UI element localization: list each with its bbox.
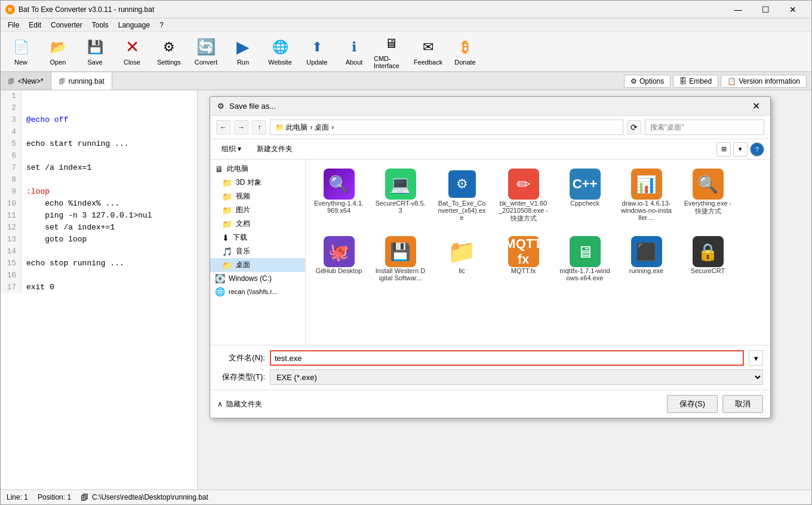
file-label-securecrt2: SecureCRT: [691, 267, 725, 274]
view-grid-button[interactable]: ⊞: [716, 142, 731, 157]
app-icon: B: [5, 5, 15, 14]
settings-label: Settings: [157, 59, 181, 66]
about-button[interactable]: ℹ About: [336, 33, 372, 70]
file-item-drawio[interactable]: 📊 draw.io-1 4.6.13-windows-no-installer.…: [618, 164, 675, 227]
file-item-wd[interactable]: 💾 Install Western Digital Softwar...: [372, 232, 429, 286]
file-item-bkwriter[interactable]: ✏ bk_writer_V1.60_20210508.exe - 快捷方式: [495, 164, 552, 227]
menu-edit[interactable]: Edit: [24, 20, 46, 30]
version-button[interactable]: 📋 Version information: [721, 75, 807, 88]
close-button[interactable]: ✕: [779, 1, 807, 19]
editor-line-13: 13 goto loop: [1, 234, 197, 246]
cmd-icon: 🖥: [382, 34, 401, 53]
organize-button[interactable]: 组织 ▾: [216, 142, 247, 157]
tree-label-pictures: 图片: [236, 205, 250, 215]
hide-folders-icon: ∧: [217, 400, 223, 408]
save-dialog-button[interactable]: 保存(S): [667, 395, 718, 413]
file-item-securecrt2[interactable]: 🔒 SecureCRT: [679, 232, 736, 286]
filename-input[interactable]: [270, 350, 744, 366]
refresh-button[interactable]: ⟳: [627, 120, 641, 134]
help-button[interactable]: ?: [750, 142, 764, 157]
file-item-cppcheck[interactable]: C++ Cppcheck: [556, 164, 613, 227]
filename-row: 文件名(N): ▾: [217, 350, 763, 366]
search-input[interactable]: [645, 120, 764, 135]
file-item-bat2exe[interactable]: ⚙ Bat_To_Exe_Converter_(x64).exe: [433, 164, 490, 227]
menu-tools[interactable]: Tools: [87, 20, 113, 30]
menu-file[interactable]: File: [3, 20, 24, 30]
website-label: Website: [268, 59, 292, 66]
tree-label-downloads: 下载: [233, 232, 247, 243]
version-icon: 📋: [727, 77, 736, 85]
tree-label-music: 音乐: [236, 246, 250, 256]
file-icon-wd: 💾: [385, 236, 416, 267]
options-button[interactable]: ⚙ Options: [624, 75, 670, 88]
save-button[interactable]: 💾 Save: [77, 33, 113, 70]
website-button[interactable]: 🌐 Website: [262, 33, 298, 70]
view-dropdown-button[interactable]: ▾: [733, 142, 748, 157]
menu-language[interactable]: Language: [113, 20, 155, 30]
file-item-everything2[interactable]: 🔍 Everything.exe - 快捷方式: [679, 164, 736, 227]
toolbar: 📄 New 📂 Open 💾 Save ✕ Close ⚙ Settings 🔄…: [1, 32, 811, 72]
embed-button[interactable]: 🗄 Embed: [673, 75, 718, 88]
run-button[interactable]: ▶ Run: [225, 33, 261, 70]
feedback-button[interactable]: ✉ Feedback: [410, 33, 446, 70]
cmd-button[interactable]: 🖥 CMD-Interface: [373, 33, 409, 70]
tree-item-pictures[interactable]: 📁 图片: [210, 203, 305, 217]
donate-button[interactable]: ₿ Donate: [447, 33, 483, 70]
file-item-everything[interactable]: 🔍 Everything-1.4.1.969.x64: [310, 164, 367, 227]
address-path[interactable]: 📁 此电脑 › 桌面 ›: [270, 120, 623, 135]
file-icon-bkwriter: ✏: [508, 169, 539, 200]
tree-item-downloads[interactable]: ⬇ 下载: [210, 231, 305, 244]
feedback-label: Feedback: [414, 59, 442, 66]
new-button[interactable]: 📄 New: [3, 33, 39, 70]
dialog-close-button[interactable]: ✕: [749, 99, 763, 114]
menu-bar: File Edit Converter Tools Language ?: [1, 19, 811, 32]
close-doc-button[interactable]: ✕ Close: [114, 33, 150, 70]
forward-button[interactable]: →: [234, 120, 248, 134]
file-item-mqttfx[interactable]: 🖥 mqttfx-1.7.1-windows-x64.exe: [556, 232, 613, 286]
hide-folders-button[interactable]: ∧ 隐藏文件夹: [217, 399, 262, 409]
file-item-llc[interactable]: 📁 llc: [433, 232, 490, 286]
file-label-everything2: Everything.exe - 快捷方式: [682, 200, 733, 216]
new-folder-button[interactable]: 新建文件夹: [251, 142, 298, 157]
file-icon-mqtt: MQTTfx: [508, 236, 539, 267]
maximize-button[interactable]: ☐: [752, 1, 779, 19]
file-icon-securecrt: 💻: [385, 169, 416, 200]
tree-item-music[interactable]: 🎵 音乐: [210, 244, 305, 258]
filename-dropdown[interactable]: ▾: [749, 350, 763, 366]
editor-line-8: 8: [1, 174, 197, 186]
file-item-github[interactable]: 🐙 GitHub Desktop: [310, 232, 367, 286]
status-position: Position: 1: [38, 493, 71, 501]
update-button[interactable]: ⬆ Update: [299, 33, 335, 70]
tree-item-cdrive[interactable]: 💽 Windows (C:): [210, 272, 305, 285]
convert-button[interactable]: 🔄 Convert: [188, 33, 224, 70]
file-item-running[interactable]: ⬛ running.exe: [618, 232, 675, 286]
tree-item-computer[interactable]: 🖥 此电脑: [210, 162, 305, 176]
menu-converter[interactable]: Converter: [46, 20, 87, 30]
tree-item-docs[interactable]: 📁 文档: [210, 217, 305, 231]
file-item-securecrt[interactable]: 💻 SecureCRT-v8.5.3: [372, 164, 429, 227]
minimize-button[interactable]: —: [724, 1, 752, 19]
back-button[interactable]: ←: [216, 120, 230, 134]
editor-line-6: 6: [1, 150, 197, 162]
path-desktop: 桌面: [315, 123, 329, 133]
editor[interactable]: 1 2 3 @echo off 4 5 echo start running .…: [1, 90, 198, 492]
file-item-mqtt[interactable]: MQTTfx MQTT.fx: [495, 232, 552, 286]
dialog-actions: 保存(S) 取消: [667, 395, 763, 413]
tree-item-video[interactable]: 📁 视频: [210, 189, 305, 203]
options-right: ⚙ Options 🗄 Embed 📋 Version information: [619, 72, 811, 90]
tab-running[interactable]: 🗐 running.bat: [51, 72, 112, 90]
open-button[interactable]: 📂 Open: [40, 33, 76, 70]
filetype-select[interactable]: EXE (*.exe): [270, 369, 763, 385]
dialog-title-icon: ⚙: [217, 102, 224, 111]
tree-item-3d[interactable]: 📁 3D 对象: [210, 176, 305, 189]
status-file-path: C:\Users\redtea\Desktop\running.bat: [92, 493, 208, 501]
settings-button[interactable]: ⚙ Settings: [151, 33, 187, 70]
tab-new[interactable]: 🗐 <New>*: [1, 72, 51, 90]
file-label-bat2exe: Bat_To_Exe_Converter_(x64).exe: [436, 200, 487, 221]
menu-help[interactable]: ?: [155, 20, 168, 30]
tree-item-network[interactable]: 🌐 recan (\\sshfs.r...: [210, 285, 305, 298]
cancel-dialog-button[interactable]: 取消: [722, 395, 763, 413]
up-button[interactable]: ↑: [252, 120, 266, 134]
tree-item-desktop[interactable]: 📁 桌面: [210, 258, 305, 272]
path-sep2: ›: [331, 123, 334, 131]
